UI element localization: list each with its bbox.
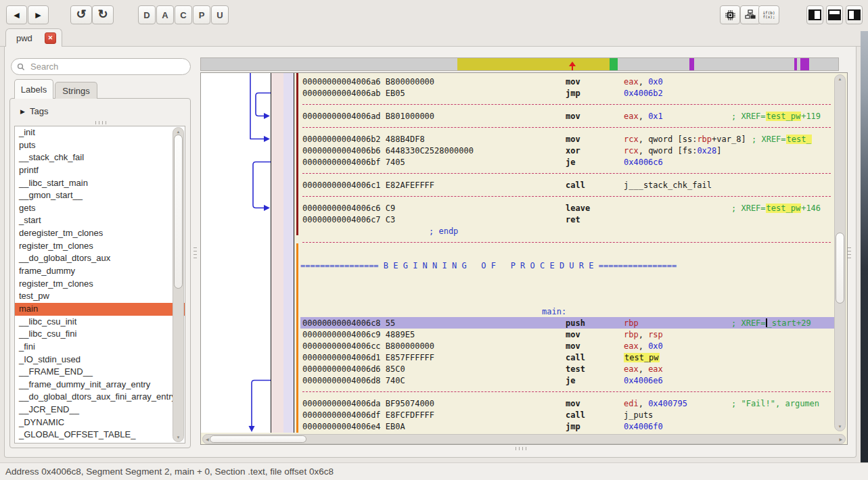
toggle-bottom-pane-button[interactable] — [826, 5, 843, 24]
letter-button-u[interactable]: U — [211, 5, 229, 24]
disasm-row-ins[interactable]: 00000000004006b2 488B4DF8movrcx, qword [… — [300, 133, 834, 145]
separator-line — [302, 391, 831, 392]
scroll-up-icon[interactable]: ▲ — [173, 129, 183, 135]
minimap-cursor-icon — [569, 62, 576, 70]
nav-forward-button[interactable]: ▶ — [28, 5, 49, 24]
disasm-row-ins[interactable]: 00000000004006c1 E82AFEFFFFcallj___stack… — [300, 179, 834, 191]
label-list-scroll-thumb[interactable] — [174, 135, 183, 289]
label-list-item[interactable]: _fini — [15, 341, 185, 354]
label-list-item[interactable]: register_tm_clones — [15, 240, 185, 253]
letter-button-c[interactable]: C — [175, 5, 192, 24]
control-flow-graph-icon — [745, 9, 756, 20]
disasm-row-ins[interactable]: 00000000004006c7 C3ret — [300, 214, 834, 225]
label-list-scrollbar[interactable]: ▲ ▼ — [173, 127, 184, 442]
cfg-graph-button[interactable] — [740, 5, 760, 24]
label-list-item[interactable]: __gmon_start__ — [15, 189, 185, 202]
disasm-row-ins[interactable]: 00000000004006df E8FCFDFFFFcallj_puts — [300, 409, 834, 421]
label-list-item[interactable]: __libc_start_main — [15, 177, 185, 190]
letter-button-d[interactable]: D — [138, 5, 156, 24]
gutter-column-pink — [271, 73, 284, 433]
label-list-item[interactable]: _GLOBAL_OFFSET_TABLE_ — [15, 429, 185, 441]
disassembly-view[interactable]: 00000000004006a6 B800000000moveax, 0x000… — [200, 72, 848, 445]
label-list-item[interactable]: _DYNAMIC — [15, 416, 185, 429]
disasm-row-ins[interactable]: 00000000004006d8 740Cje0x4006e6 — [300, 375, 834, 386]
scroll-down-icon[interactable]: ▼ — [173, 435, 183, 440]
sidebar-tab-strings[interactable]: Strings — [55, 82, 97, 99]
scroll-down-icon[interactable]: ▼ — [835, 424, 845, 429]
nav-back-button[interactable]: ◀ — [6, 5, 27, 24]
scroll-left-icon[interactable]: ◀ — [206, 437, 209, 441]
operands: rcx, qword [fs:0x28] — [624, 146, 722, 155]
disasm-row-label: main: — [300, 306, 834, 317]
tags-disclosure[interactable]: ▶ Tags — [20, 106, 48, 116]
disasm-row-ins[interactable]: 00000000004006ad B801000000moveax, 0x1; … — [300, 110, 834, 122]
list-resize-grip[interactable] — [95, 121, 106, 124]
disasm-row-ins[interactable]: 00000000004006c9 4889E5movrbp, rsp — [300, 329, 834, 340]
disassembly-vscrollbar[interactable]: ▲ ▼ — [834, 74, 846, 431]
search-input[interactable] — [29, 61, 174, 72]
disasm-row-ins[interactable]: 00000000004006ab EB05jmp0x4006b2 — [300, 87, 834, 99]
label-list-item[interactable]: _init — [15, 126, 185, 139]
label-list-item[interactable]: __frame_dummy_init_array_entry — [15, 379, 185, 391]
toggle-left-pane-button[interactable] — [806, 5, 823, 24]
letter-button-p[interactable]: P — [193, 5, 210, 24]
label-list-item[interactable]: __libc_csu_init — [15, 316, 185, 329]
address-bytes: 00000000004006c8 55 — [302, 318, 395, 328]
tab-close-icon[interactable]: ✕ — [45, 32, 56, 44]
separator-line — [302, 196, 831, 197]
disassembly-hscroll-thumb[interactable] — [210, 435, 306, 443]
scroll-right-icon[interactable]: ▶ — [839, 437, 842, 441]
label-list-item[interactable]: main — [15, 303, 185, 316]
document-tab-pwd[interactable]: pwd ✕ — [5, 28, 62, 47]
disasm-row-ins[interactable]: 00000000004006bf 7405je0x4006c6 — [300, 156, 834, 168]
label-list-item[interactable]: __FRAME_END__ — [15, 366, 185, 379]
disasm-row-ins[interactable]: 00000000004006cc B800000000moveax, 0x0 — [300, 340, 834, 352]
comment: ; "Fail!", argumen — [731, 399, 819, 408]
operands: j___stack_chk_fail — [624, 181, 712, 190]
disasm-row-sep — [300, 168, 834, 179]
label-list-item[interactable]: test_pw — [15, 290, 185, 303]
label-list-item[interactable]: gets — [15, 202, 185, 215]
scroll-up-icon[interactable]: ▲ — [835, 76, 845, 82]
disasm-row-ins[interactable]: 00000000004006d1 E857FFFFFFcalltest_pw — [300, 352, 834, 363]
disasm-row-ins[interactable]: 00000000004006c6 C9leave; XREF=test_pw+1… — [300, 202, 834, 214]
label-list-item[interactable]: __do_global_dtors_aux_fini_array_entry — [15, 391, 185, 404]
label-list-item[interactable]: _start — [15, 214, 185, 227]
mnemonic: call — [566, 181, 585, 190]
label-list-item[interactable]: deregister_tm_clones — [15, 227, 185, 240]
splitter-grip-bottom[interactable] — [516, 447, 526, 450]
disassembly-hscrollbar[interactable]: ◀ ▶ — [202, 434, 846, 444]
label-list-item[interactable]: __do_global_dtors_aux — [15, 252, 185, 265]
label-list-item[interactable]: __stack_chk_fail — [15, 151, 185, 164]
label-list-item[interactable]: __libc_csu_fini — [15, 328, 185, 341]
minimap-segment — [457, 58, 610, 70]
desktop-wallpaper-strip — [861, 31, 868, 462]
disasm-row-ins[interactable]: 00000000004006b6 6448330C2528000000xorrc… — [300, 145, 834, 156]
tags-label: Tags — [30, 106, 48, 116]
disasm-row-ins[interactable]: 00000000004006c8 55pushrbp; XREF=_start+… — [300, 317, 834, 329]
disasm-row-sep — [300, 237, 834, 248]
label-list-item[interactable]: printf — [15, 164, 185, 177]
sidebar-tab-labels[interactable]: Labels — [14, 79, 53, 99]
operands: eax, 0x0 — [624, 341, 663, 351]
disasm-row-ins[interactable]: 00000000004006a6 B800000000moveax, 0x0 — [300, 76, 834, 87]
label-list-item[interactable]: _IO_stdin_used — [15, 354, 185, 366]
splitter-grip-left[interactable] — [193, 247, 197, 258]
label-list-item[interactable]: register_tm_clones — [15, 278, 185, 291]
redo-button[interactable]: ↻ — [92, 5, 114, 24]
disassembly-vscroll-thumb[interactable] — [836, 233, 844, 304]
label-list-item[interactable]: __JCR_END__ — [15, 404, 185, 416]
toggle-right-pane-button[interactable] — [846, 5, 863, 24]
search-box[interactable] — [11, 58, 191, 75]
label-list-item[interactable]: frame_dummy — [15, 265, 185, 278]
navigation-minimap[interactable] — [200, 57, 839, 71]
label-list-item[interactable]: puts — [15, 139, 185, 152]
disasm-row-ins[interactable]: 00000000004006da BF95074000movedi, 0x400… — [300, 398, 834, 409]
disasm-row-ins[interactable]: 00000000004006e4 EB0Ajmp0x4006f0 — [300, 421, 834, 432]
letter-button-a[interactable]: A — [156, 5, 174, 24]
pseudocode-button[interactable]: if(b)f(x); — [758, 5, 779, 24]
splitter-grip-right[interactable] — [848, 247, 851, 258]
disasm-row-ins[interactable]: 00000000004006d6 85C0testeax, eax — [300, 363, 834, 375]
undo-button[interactable]: ↺ — [70, 5, 92, 24]
cpu-mode-button[interactable] — [720, 5, 740, 24]
